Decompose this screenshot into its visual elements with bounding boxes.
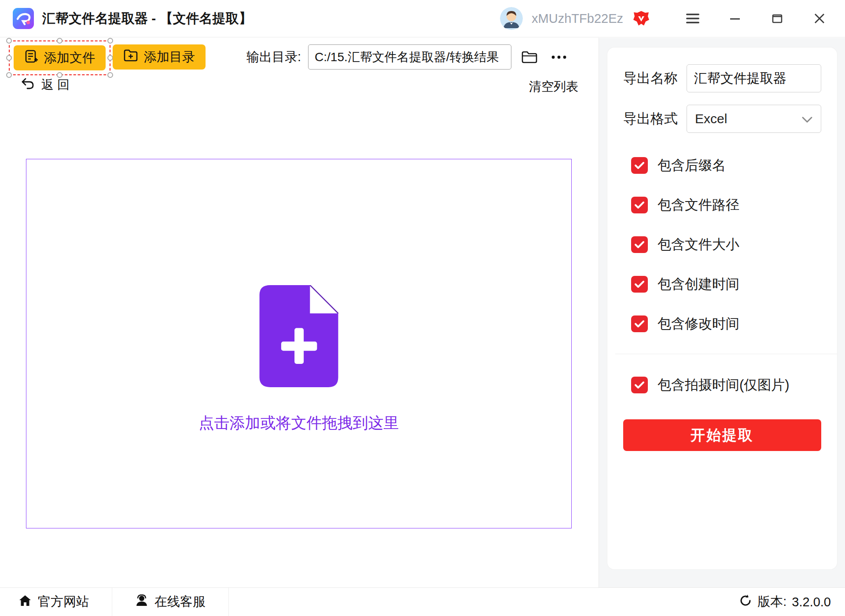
- selection-overlay: 添加文件: [9, 40, 110, 75]
- selection-handle[interactable]: [107, 72, 113, 78]
- browse-folder-icon[interactable]: [518, 48, 540, 67]
- export-format-row: 导出格式 Excel: [623, 105, 821, 133]
- chevron-down-icon: [801, 111, 813, 126]
- option-label: 包含创建时间: [658, 275, 739, 293]
- output-dir-label: 输出目录:: [246, 48, 301, 66]
- online-support-label: 在线客服: [154, 593, 206, 611]
- user-area: xMUzhTFb22Ez: [500, 7, 650, 30]
- option-include-extension[interactable]: 包含后缀名: [631, 156, 821, 175]
- app-logo-icon: [12, 7, 34, 29]
- checkbox-checked-icon[interactable]: [631, 197, 648, 213]
- option-label: 包含后缀名: [658, 156, 726, 175]
- option-label: 包含文件路径: [658, 196, 739, 214]
- export-format-select[interactable]: Excel: [687, 105, 821, 133]
- toolbar: 添加文件 添加目录 输出目录:: [0, 38, 599, 100]
- start-extract-button[interactable]: 开始提取: [623, 419, 821, 451]
- refresh-icon[interactable]: [739, 594, 752, 610]
- menu-icon[interactable]: [672, 0, 714, 37]
- official-site-label: 官方网站: [38, 593, 89, 611]
- output-dir-input[interactable]: [308, 44, 511, 70]
- add-folder-button[interactable]: 添加目录: [113, 44, 206, 70]
- clear-list-button[interactable]: 清空列表: [529, 78, 578, 95]
- export-name-input[interactable]: [687, 64, 821, 92]
- selection-handle[interactable]: [6, 72, 12, 78]
- add-files-label: 添加文件: [44, 49, 95, 67]
- options-list: 包含后缀名 包含文件路径 包含文件大小 包含创建时间: [623, 156, 821, 395]
- checkbox-checked-icon[interactable]: [631, 157, 648, 174]
- option-label: 包含修改时间: [658, 315, 739, 333]
- option-include-shot-time[interactable]: 包含拍摄时间(仅图片): [631, 375, 821, 395]
- settings-card: 导出名称 导出格式 Excel 包含后缀名: [607, 48, 837, 569]
- support-person-icon: [135, 594, 148, 610]
- option-include-modified-time[interactable]: 包含修改时间: [631, 314, 821, 334]
- dropzone-hint-label: 点击添加或将文件拖拽到这里: [199, 413, 399, 433]
- home-icon: [18, 594, 32, 610]
- minimize-icon[interactable]: [714, 0, 756, 37]
- option-label: 包含文件大小: [658, 235, 739, 254]
- checkbox-checked-icon[interactable]: [631, 377, 648, 393]
- export-name-label: 导出名称: [623, 69, 678, 88]
- add-folder-icon: [123, 48, 138, 66]
- undo-arrow-icon: [21, 77, 34, 93]
- more-options-icon[interactable]: [547, 51, 570, 63]
- option-include-size[interactable]: 包含文件大小: [631, 235, 821, 254]
- titlebar: 汇帮文件名提取器 - 【文件名提取】 xMUzhTFb22Ez: [0, 0, 845, 37]
- option-include-created-time[interactable]: 包含创建时间: [631, 275, 821, 294]
- online-support-link[interactable]: 在线客服: [112, 588, 229, 616]
- options-divider: [615, 354, 837, 354]
- option-label: 包含拍摄时间(仅图片): [658, 376, 790, 394]
- username-label: xMUzhTFb22Ez: [532, 11, 623, 26]
- export-format-label: 导出格式: [623, 110, 678, 128]
- file-dropzone[interactable]: 点击添加或将文件拖拽到这里: [26, 159, 572, 528]
- add-file-icon: [24, 49, 38, 66]
- add-files-button[interactable]: 添加文件: [14, 45, 106, 70]
- window-title: 汇帮文件名提取器 - 【文件名提取】: [42, 10, 252, 28]
- maximize-icon[interactable]: [756, 0, 798, 37]
- selection-handle[interactable]: [6, 55, 12, 61]
- checkbox-checked-icon[interactable]: [631, 276, 648, 293]
- close-icon[interactable]: [798, 0, 841, 37]
- option-include-path[interactable]: 包含文件路径: [631, 195, 821, 215]
- back-button[interactable]: 返 回: [21, 77, 70, 93]
- output-dir-group: 输出目录:: [246, 44, 570, 70]
- user-avatar[interactable]: [500, 7, 523, 30]
- add-folder-label: 添加目录: [144, 48, 195, 66]
- version-label: 版本:: [757, 593, 786, 611]
- settings-panel: 导出名称 导出格式 Excel 包含后缀名: [599, 38, 845, 587]
- checkbox-checked-icon[interactable]: [631, 236, 648, 253]
- version-area: 版本: 3.2.0.0: [739, 593, 845, 611]
- selection-handle[interactable]: [6, 38, 12, 44]
- footer: 官方网站 在线客服 版本: 3.2.0.0: [0, 587, 845, 616]
- export-name-row: 导出名称: [623, 64, 821, 92]
- back-label: 返 回: [41, 77, 70, 93]
- selection-handle[interactable]: [57, 38, 62, 44]
- window-controls: [672, 0, 841, 37]
- official-site-link[interactable]: 官方网站: [0, 588, 112, 616]
- vip-badge-icon[interactable]: [632, 9, 650, 28]
- checkbox-checked-icon[interactable]: [631, 315, 648, 332]
- selection-handle[interactable]: [107, 38, 113, 44]
- add-file-placeholder-icon: [259, 285, 338, 389]
- export-format-value: Excel: [695, 111, 727, 126]
- version-value: 3.2.0.0: [792, 595, 831, 609]
- dropzone-content: 点击添加或将文件拖拽到这里: [199, 285, 399, 433]
